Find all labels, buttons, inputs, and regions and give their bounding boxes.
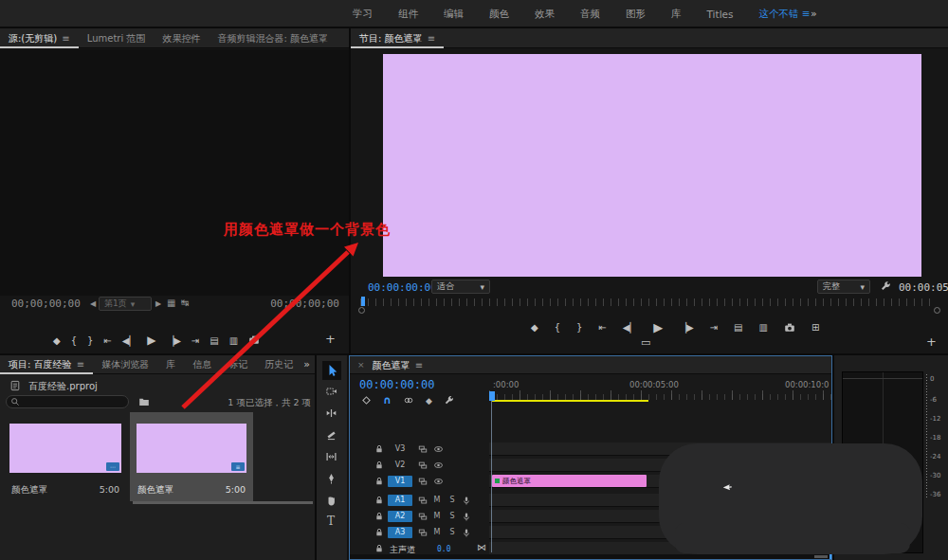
track-target-button[interactable]: V1 (388, 476, 412, 487)
extract-icon[interactable]: ▥ (758, 322, 767, 333)
nest-toggle-icon[interactable] (361, 395, 372, 406)
timeline-scrollbar[interactable] (350, 554, 831, 559)
playhead-head[interactable] (489, 391, 495, 401)
lock-icon[interactable] (374, 461, 384, 470)
clip-color-matte[interactable]: 颜色遮罩 (492, 475, 647, 487)
mark-in-icon[interactable]: { (555, 322, 560, 333)
program-preview[interactable] (383, 54, 921, 277)
tab-program[interactable]: 节目: 颜色遮罩 ≡ (351, 28, 444, 48)
step-back-icon[interactable]: ◀▏ (122, 335, 137, 346)
solo-button[interactable]: S (447, 495, 458, 506)
marker-icon[interactable]: ◆ (531, 322, 538, 333)
lock-icon[interactable] (374, 528, 384, 537)
master-gain-value[interactable]: 0.0 (437, 545, 450, 553)
sync-lock-icon[interactable] (418, 512, 428, 521)
program-playhead[interactable] (361, 297, 365, 306)
marker-icon[interactable]: ◆ (53, 335, 61, 346)
track-select-tool[interactable] (325, 386, 337, 397)
page-selector[interactable]: 第1页▾ (99, 297, 152, 311)
timeline-timecode[interactable]: 00:00:00:00 (359, 378, 434, 391)
workspace-tab-active[interactable]: 这个不错 ≡ (758, 8, 810, 21)
bowtie-icon[interactable]: ⋈ (477, 542, 486, 552)
eye-icon[interactable] (433, 444, 444, 454)
play-icon[interactable]: ▶ (147, 334, 155, 347)
program-timecode[interactable]: 00:00:00:00 (368, 281, 437, 294)
goto-out-icon[interactable]: ⇥ (191, 335, 199, 346)
track-target-button[interactable]: A1 (388, 495, 412, 506)
scrollbar-thumb[interactable] (814, 555, 828, 558)
lock-icon[interactable] (374, 444, 384, 454)
timeline-settings-wrench-icon[interactable] (444, 395, 454, 406)
razor-tool[interactable] (325, 429, 337, 441)
snap-magnet-icon[interactable]: ∩ (383, 394, 392, 406)
goto-in-icon[interactable]: ⇤ (598, 322, 606, 333)
project-item[interactable]: ⋯ 颜色遮罩 5:00 (4, 414, 127, 501)
workspace-tab-graphics[interactable]: 图形 (626, 8, 646, 21)
search-input[interactable] (22, 396, 126, 407)
goto-out-icon[interactable]: ⇥ (710, 322, 718, 333)
mark-out-icon[interactable]: } (87, 335, 93, 346)
tab-libraries[interactable]: 库 (157, 355, 184, 374)
comparison-view-icon[interactable]: ▭ (641, 336, 650, 349)
pen-tool[interactable] (325, 473, 337, 484)
mute-button[interactable]: M (431, 527, 443, 538)
lock-icon[interactable] (374, 496, 384, 505)
step-forward-icon[interactable]: ▕▶ (679, 322, 693, 333)
scrollbar-handle-right[interactable] (934, 307, 940, 314)
eye-icon[interactable] (433, 461, 444, 470)
export-frame-icon[interactable] (248, 334, 260, 346)
slip-tool[interactable] (325, 451, 337, 462)
page-prev-icon[interactable]: ◀ (90, 299, 96, 308)
add-marker-icon[interactable]: ◆ (426, 396, 432, 406)
playhead-line[interactable] (491, 401, 492, 552)
step-forward-icon[interactable]: ▕▶ (166, 335, 180, 346)
item-thumbnail[interactable]: ⋯ (9, 424, 121, 473)
program-settings-wrench-icon[interactable] (880, 280, 891, 292)
panel-menu-icon[interactable]: ≡ (77, 359, 84, 370)
mic-icon[interactable] (462, 512, 471, 522)
lock-icon[interactable] (374, 512, 384, 521)
button-editor-icon[interactable]: ⊞ (811, 322, 819, 333)
lock-icon[interactable] (374, 477, 384, 486)
sync-lock-icon[interactable] (418, 477, 428, 486)
workspace-tab-color[interactable]: 颜色 (489, 8, 509, 21)
workspace-tab-libraries[interactable]: 库 (671, 8, 682, 21)
item-name[interactable]: 颜色遮罩 (137, 484, 173, 497)
lift-icon[interactable]: ▤ (734, 322, 742, 333)
ripple-edit-tool[interactable] (325, 407, 337, 419)
panel-menu-icon[interactable]: ≡ (428, 33, 435, 44)
workspace-tab-assembly[interactable]: 组件 (398, 8, 418, 21)
program-scrubber[interactable] (360, 298, 937, 306)
mic-icon[interactable] (462, 496, 471, 506)
mute-button[interactable]: M (431, 495, 443, 506)
mic-icon[interactable] (462, 528, 471, 538)
eye-icon[interactable] (433, 477, 444, 486)
workspace-tab-learn[interactable]: 学习 (353, 8, 373, 21)
linked-selection-icon[interactable] (403, 395, 414, 406)
tab-sequence[interactable]: 颜色遮罩 ≡ (369, 356, 428, 374)
track-target-button[interactable]: V3 (388, 443, 412, 455)
fit-select[interactable]: 适合▾ (431, 280, 490, 294)
mark-out-icon[interactable]: } (576, 322, 582, 333)
page-next-icon[interactable]: ▶ (155, 299, 161, 308)
track-target-button[interactable]: A2 (388, 511, 412, 522)
panel-overflow-icon[interactable]: » (303, 358, 315, 370)
item-name[interactable]: 颜色遮罩 (11, 484, 47, 497)
goto-in-icon[interactable]: ⇤ (103, 335, 111, 346)
project-item-selected[interactable]: ≡ 颜色遮罩 5:00 (130, 412, 253, 501)
workspace-overflow-icon[interactable]: » (811, 8, 817, 20)
tab-source[interactable]: 源:(无剪辑) ≡ (0, 28, 79, 48)
track-target-button[interactable]: V2 (388, 460, 412, 471)
sync-lock-icon[interactable] (418, 528, 428, 537)
workspace-tab-edit[interactable]: 编辑 (444, 8, 464, 21)
mute-button[interactable]: M (431, 511, 443, 522)
sync-lock-icon[interactable] (418, 461, 428, 470)
sync-lock-icon[interactable] (418, 496, 428, 505)
tab-info[interactable]: 信息 (184, 355, 220, 374)
tab-markers[interactable]: 标记 (220, 355, 256, 374)
settings-grid-icon[interactable]: ▦ (167, 298, 175, 308)
work-area-bar[interactable] (492, 400, 648, 402)
add-button-icon[interactable]: + (926, 334, 937, 349)
tab-media-browser[interactable]: 媒体浏览器 (93, 355, 157, 374)
hand-tool[interactable] (325, 495, 337, 506)
